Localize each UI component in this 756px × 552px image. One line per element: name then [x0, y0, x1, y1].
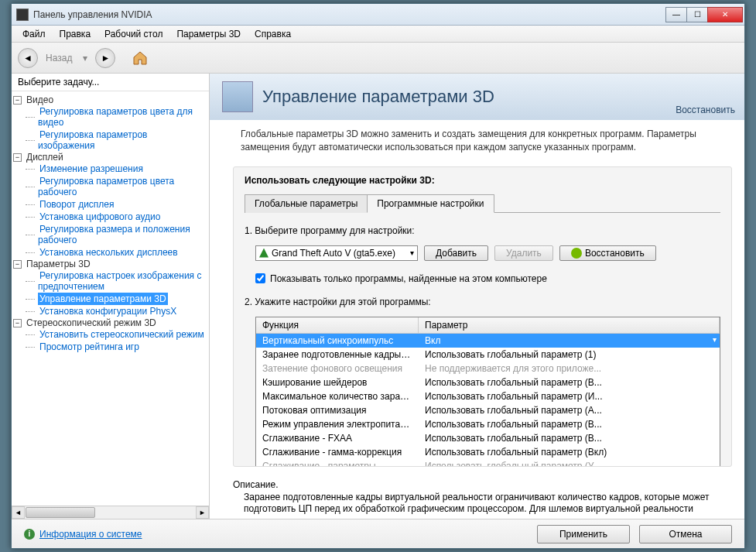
step2-label: 2. Укажите настройки для этой программы: — [245, 297, 720, 307]
program-icon — [259, 249, 269, 258]
table-row[interactable]: Кэширование шейдеровИспользовать глобаль… — [256, 375, 720, 389]
table-row[interactable]: Сглаживание - гамма-коррекцияИспользоват… — [256, 445, 720, 459]
tree-group-label[interactable]: Видео — [25, 94, 55, 106]
app-window: Панель управления NVIDIA — ☐ ✕ Файл Прав… — [11, 3, 745, 549]
tabs: Глобальные параметры Программные настрой… — [245, 194, 720, 213]
home-icon — [132, 50, 149, 67]
tree-link[interactable]: Регулировка параметров цвета для видео — [38, 105, 193, 129]
intro-text: Глобальные параметры 3D можно заменить и… — [210, 120, 744, 162]
tree-link[interactable]: Установить стереоскопический режим — [38, 328, 206, 341]
close-button[interactable]: ✕ — [707, 7, 743, 22]
tree-link[interactable]: Регулировка параметров изображения — [38, 129, 147, 152]
tree-toggle-icon[interactable]: − — [13, 96, 22, 105]
tree-item[interactable]: Регулировка параметров цвета рабочего — [26, 175, 207, 198]
menu-desktop[interactable]: Рабочий стол — [98, 27, 169, 41]
cell-function: Сглаживание - FXAA — [256, 432, 419, 444]
add-button[interactable]: Добавить — [424, 245, 488, 261]
restore-button[interactable]: Восстановить — [559, 245, 656, 261]
tree-group: −Дисплей — [13, 152, 207, 163]
program-dropdown[interactable]: Grand Theft Auto V (gta5.exe) — [255, 245, 418, 261]
tree-item[interactable]: Изменение разрешения — [26, 163, 207, 175]
menu-file[interactable]: Файл — [16, 27, 52, 41]
tab-global[interactable]: Глобальные параметры — [245, 194, 368, 213]
tree-link[interactable]: Изменение разрешения — [38, 163, 145, 175]
cell-function: Вертикальный синхроимпульс — [256, 334, 419, 347]
cell-function: Режим управления электропитанием — [256, 418, 419, 430]
tree-link[interactable]: Просмотр рейтинга игр — [38, 341, 141, 353]
cell-parameter: Использовать глобальный параметр (И... — [419, 390, 720, 403]
cell-function: Потоковая оптимизация — [256, 404, 419, 417]
system-info-link[interactable]: Информация о системе — [39, 529, 142, 540]
filter-checkbox[interactable] — [255, 273, 265, 283]
cell-parameter: Использовать глобальный параметр (У... — [419, 460, 720, 467]
col-function[interactable]: Функция — [256, 317, 419, 333]
tree-link[interactable]: Установка конфигурации PhysX — [38, 305, 178, 317]
task-tree[interactable]: −ВидеоРегулировка параметров цвета для в… — [12, 91, 209, 506]
table-row[interactable]: Режим управления электропитаниемИспользо… — [256, 417, 720, 431]
menu-params3d[interactable]: Параметры 3D — [170, 27, 247, 41]
titlebar[interactable]: Панель управления NVIDIA — ☐ ✕ — [12, 4, 744, 26]
cell-parameter: Не поддерживается для этого приложе... — [419, 362, 720, 375]
menu-help[interactable]: Справка — [248, 27, 297, 41]
program-dropdown-value: Grand Theft Auto V (gta5.exe) — [272, 248, 395, 259]
tree-item[interactable]: Управление параметрами 3D — [26, 293, 207, 305]
app-icon — [16, 9, 29, 21]
tab-program[interactable]: Программные настройки — [367, 194, 494, 213]
tree-link[interactable]: Установка цифрового аудио — [38, 211, 162, 223]
restore-defaults-link[interactable]: Восстановить — [676, 105, 735, 115]
table-row[interactable]: Заранее подготовленные кадры вирту...Исп… — [256, 348, 720, 362]
maximize-button[interactable]: ☐ — [686, 7, 708, 22]
sidebar: Выберите задачу... −ВидеоРегулировка пар… — [12, 74, 210, 519]
filter-checkbox-label: Показывать только программы, найденные н… — [270, 273, 547, 284]
tree-link[interactable]: Установка нескольких дисплеев — [38, 246, 180, 259]
tree-link[interactable]: Управление параметрами 3D — [38, 293, 168, 305]
description-section: Описание. Заранее подготовленные кадры в… — [233, 479, 732, 516]
tree-item[interactable]: Установить стереоскопический режим — [26, 328, 207, 341]
tree-link[interactable]: Регулировка параметров цвета рабочего — [38, 175, 174, 198]
table-row[interactable]: Потоковая оптимизацияИспользовать глобал… — [256, 403, 720, 417]
tree-group-label[interactable]: Дисплей — [25, 151, 65, 163]
chevron-down-icon[interactable]: ▾ — [713, 335, 717, 344]
tree-group: −Параметры 3D — [13, 259, 207, 269]
table-body[interactable]: Вертикальный синхроимпульсВкл▾Заранее по… — [256, 334, 720, 467]
tree-item[interactable]: Регулировка настроек изображения с предп… — [26, 269, 207, 293]
sidebar-scrollbar[interactable]: ◄ ► — [12, 506, 209, 519]
back-button[interactable]: ◄ — [18, 48, 38, 68]
cell-parameter: Использовать глобальный параметр (Вкл) — [419, 446, 720, 458]
forward-button[interactable]: ► — [95, 48, 115, 68]
window-title: Панель управления NVIDIA — [33, 9, 666, 20]
cancel-button[interactable]: Отмена — [639, 525, 732, 543]
minimize-button[interactable]: — — [665, 7, 687, 22]
scroll-thumb[interactable] — [26, 507, 95, 518]
cell-parameter: Использовать глобальный параметр (А... — [419, 404, 720, 417]
tree-toggle-icon[interactable]: − — [13, 319, 22, 327]
tree-toggle-icon[interactable]: − — [13, 260, 22, 269]
program-controls: Grand Theft Auto V (gta5.exe) Добавить У… — [255, 245, 720, 261]
tree-item[interactable]: Установка нескольких дисплеев — [26, 246, 207, 259]
tree-item[interactable]: Регулировка параметров изображения — [26, 129, 207, 152]
menu-edit[interactable]: Правка — [53, 27, 97, 41]
scroll-right-icon[interactable]: ► — [196, 506, 209, 519]
col-parameter[interactable]: Параметр — [419, 317, 720, 333]
table-row[interactable]: Вертикальный синхроимпульсВкл▾ — [256, 334, 720, 348]
tree-item[interactable]: Установка цифрового аудио — [26, 211, 207, 223]
tree-item[interactable]: Регулировка параметров цвета для видео — [26, 105, 207, 129]
tree-item[interactable]: Установка конфигурации PhysX — [26, 305, 207, 317]
tree-group-label[interactable]: Стереоскопический режим 3D — [25, 317, 158, 329]
tree-link[interactable]: Регулировка настроек изображения с предп… — [38, 269, 201, 293]
tree-item[interactable]: Поворот дисплея — [26, 198, 207, 211]
table-row[interactable]: Максимальное количество заранее под...Ис… — [256, 389, 720, 403]
tree-item[interactable]: Регулировка размера и положения рабочего — [26, 223, 207, 246]
filter-checkbox-row: Показывать только программы, найденные н… — [255, 273, 720, 284]
apply-button[interactable]: Применить — [537, 525, 630, 543]
tree-link[interactable]: Регулировка размера и положения рабочего — [38, 223, 190, 246]
tree-group-label[interactable]: Параметры 3D — [25, 258, 92, 270]
step1-label: 1. Выберите программу для настройки: — [245, 225, 720, 236]
scroll-left-icon[interactable]: ◄ — [12, 506, 25, 519]
tree-link[interactable]: Поворот дисплея — [38, 198, 116, 211]
tree-toggle-icon[interactable]: − — [13, 153, 22, 162]
home-button[interactable] — [129, 47, 151, 69]
table-row[interactable]: Сглаживание - FXAAИспользовать глобальны… — [256, 431, 720, 445]
tree-item[interactable]: Просмотр рейтинга игр — [26, 341, 207, 353]
back-dropdown-icon[interactable]: ▾ — [80, 53, 91, 63]
